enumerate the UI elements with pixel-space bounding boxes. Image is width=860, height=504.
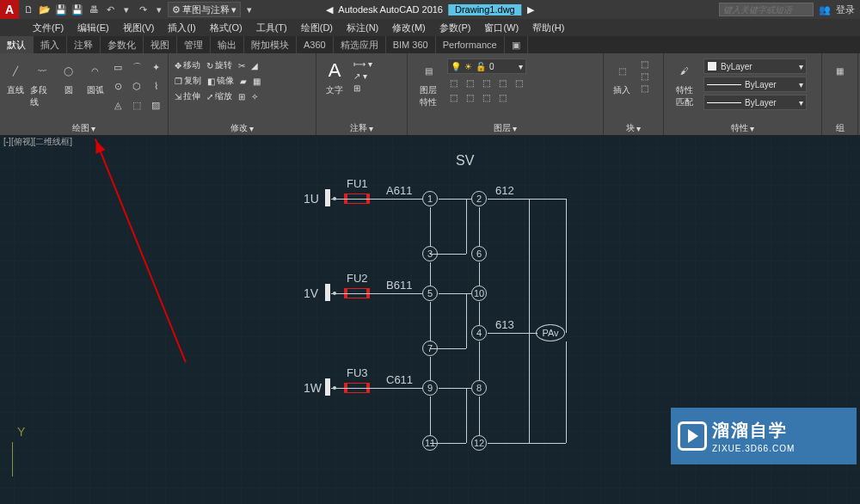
arc-button[interactable]: ◠圆弧 xyxy=(83,55,108,96)
menu-format[interactable]: 格式(O) xyxy=(203,19,249,36)
scale-button[interactable]: ⤢缩放 xyxy=(204,89,235,103)
block-tool-1[interactable]: ⬚ xyxy=(638,58,651,70)
chevron-down-icon[interactable]: ▾ xyxy=(249,124,254,133)
layer-tool-3[interactable]: ⬚ xyxy=(480,77,493,89)
draw-mini-8[interactable]: ⬚ xyxy=(128,96,145,114)
tab-default[interactable]: 默认 xyxy=(0,36,34,53)
redo-drop-icon[interactable]: ▾ xyxy=(151,2,167,17)
move-button[interactable]: ✥移动 xyxy=(172,58,203,72)
title-nav-right[interactable]: ▶ xyxy=(527,4,534,15)
matchprop-button[interactable]: 🖌特性 匹配 xyxy=(667,55,702,108)
tab-param[interactable]: 参数化 xyxy=(101,36,144,53)
draw-mini-6[interactable]: ⌇ xyxy=(147,77,164,95)
line-icon: ╱ xyxy=(3,58,28,83)
chevron-down-icon[interactable]: ▾ xyxy=(91,124,95,133)
draw-mini-5[interactable]: ⬡ xyxy=(128,77,145,95)
mirror-button[interactable]: ◧镜像 xyxy=(205,74,236,88)
circle-button[interactable]: ◯圆 xyxy=(57,55,82,96)
menu-insert[interactable]: 插入(I) xyxy=(161,19,202,36)
menu-draw[interactable]: 绘图(D) xyxy=(294,19,340,36)
draw-mini-4[interactable]: ⊙ xyxy=(109,77,126,95)
undo-drop-icon[interactable]: ▾ xyxy=(119,2,134,17)
save-icon[interactable]: 💾 xyxy=(53,2,69,17)
title-nav-left[interactable]: ◀ xyxy=(326,4,333,15)
block-tool-2[interactable]: ⬚ xyxy=(638,71,651,82)
menu-modify[interactable]: 修改(M) xyxy=(385,19,433,36)
tab-insert[interactable]: 插入 xyxy=(34,36,67,53)
layer-tool-7[interactable]: ⬚ xyxy=(464,92,476,103)
layer-tool-5[interactable]: ⬚ xyxy=(513,77,525,89)
workspace-selector[interactable]: ⚙ 草图与注释 ▾ xyxy=(168,2,241,17)
tab-featured[interactable]: 精选应用 xyxy=(334,36,386,53)
menu-window[interactable]: 窗口(W) xyxy=(477,19,525,36)
open-icon[interactable]: 📂 xyxy=(37,2,52,17)
layer-props-button[interactable]: ▤图层 特性 xyxy=(411,55,445,108)
rotate-button[interactable]: ↻旋转 xyxy=(204,58,235,72)
chevron-down-icon[interactable]: ▾ xyxy=(636,124,641,133)
chevron-down-icon[interactable]: ▾ xyxy=(513,124,517,133)
insert-button[interactable]: ⬚插入 xyxy=(607,55,636,96)
stretch-button[interactable]: ⇲拉伸 xyxy=(172,89,203,103)
layer-tool-6[interactable]: ⬚ xyxy=(447,92,460,103)
pline-button[interactable]: 〰多段线 xyxy=(30,55,55,108)
dim-button[interactable]: ⟼ ▾ xyxy=(351,58,375,70)
menu-view[interactable]: 视图(V) xyxy=(116,19,162,36)
layer-tool-9[interactable]: ⬚ xyxy=(496,92,509,103)
login-label[interactable]: 登录 xyxy=(836,3,855,16)
layer-tool-8[interactable]: ⬚ xyxy=(480,92,493,103)
tab-perf[interactable]: Performance xyxy=(436,36,505,53)
menu-file[interactable]: 文件(F) xyxy=(26,19,71,36)
block-tool-3[interactable]: ⬚ xyxy=(638,83,651,94)
tab-a360[interactable]: A360 xyxy=(297,36,334,53)
tab-bim360[interactable]: BIM 360 xyxy=(386,36,436,53)
print-icon[interactable]: 🖶 xyxy=(86,2,101,17)
tab-addons[interactable]: 附加模块 xyxy=(244,36,297,53)
ltype-selector[interactable]: ByLayer▾ xyxy=(703,95,807,110)
array-button[interactable]: ▦ xyxy=(250,76,263,87)
new-icon[interactable]: 🗋 xyxy=(21,2,36,17)
tab-manage[interactable]: 管理 xyxy=(177,36,211,53)
search-input[interactable] xyxy=(719,3,814,16)
layer-selector[interactable]: 💡 ☀ 🔓 0 ▾ xyxy=(447,58,526,74)
qat-menu-icon[interactable]: ▾ xyxy=(242,2,257,17)
chevron-down-icon[interactable]: ▾ xyxy=(750,124,754,133)
tab-output[interactable]: 输出 xyxy=(211,36,244,53)
redo-icon[interactable]: ↷ xyxy=(135,2,150,17)
group-button[interactable]: ▦ xyxy=(826,55,854,83)
chevron-down-icon: ▾ xyxy=(799,80,803,89)
undo-icon[interactable]: ↶ xyxy=(102,2,118,17)
array2-button[interactable]: ⊞ xyxy=(236,91,248,102)
saveas-icon[interactable]: 💾 xyxy=(70,2,85,17)
explode-button[interactable]: ✧ xyxy=(249,91,261,102)
user-icon[interactable]: 👥 xyxy=(819,4,831,15)
tab-expand[interactable]: ▣ xyxy=(505,36,528,53)
trim-button[interactable]: ✂ xyxy=(236,60,248,71)
menu-dim[interactable]: 标注(N) xyxy=(340,19,385,36)
menu-param[interactable]: 参数(P) xyxy=(433,19,478,36)
app-logo[interactable]: A xyxy=(0,0,19,19)
line-button[interactable]: ╱直线 xyxy=(3,55,28,96)
draw-mini-2[interactable]: ⌒ xyxy=(128,58,145,76)
menu-help[interactable]: 帮助(H) xyxy=(525,19,571,36)
drawing-canvas[interactable]: [-][俯视][二维线框] SV 1U FU1 A611 1 3 1V FU2 … xyxy=(0,136,860,504)
tab-view[interactable]: 视图 xyxy=(144,36,177,53)
lweight-selector[interactable]: ByLayer▾ xyxy=(703,77,807,92)
draw-mini-7[interactable]: ◬ xyxy=(109,96,126,114)
copy-button[interactable]: ❐复制 xyxy=(172,74,204,88)
color-selector[interactable]: ByLayer▾ xyxy=(703,58,807,74)
draw-mini-3[interactable]: ✦ xyxy=(147,58,164,76)
chevron-down-icon[interactable]: ▾ xyxy=(369,124,373,133)
text-button[interactable]: A文字 xyxy=(320,55,349,96)
table-button[interactable]: ⊞ xyxy=(351,83,375,94)
menu-edit[interactable]: 编辑(E) xyxy=(71,19,116,36)
layer-tool-1[interactable]: ⬚ xyxy=(447,77,460,89)
draw-mini-9[interactable]: ▨ xyxy=(147,96,164,114)
chamfer-button[interactable]: ▰ xyxy=(237,76,249,87)
layer-tool-2[interactable]: ⬚ xyxy=(464,77,476,89)
layer-tool-4[interactable]: ⬚ xyxy=(496,77,509,89)
leader-button[interactable]: ↗ ▾ xyxy=(351,71,375,82)
fillet-button[interactable]: ◢ xyxy=(249,60,261,71)
draw-mini-1[interactable]: ▭ xyxy=(109,58,126,76)
tab-annotate[interactable]: 注释 xyxy=(67,36,101,53)
menu-tools[interactable]: 工具(T) xyxy=(249,19,294,36)
